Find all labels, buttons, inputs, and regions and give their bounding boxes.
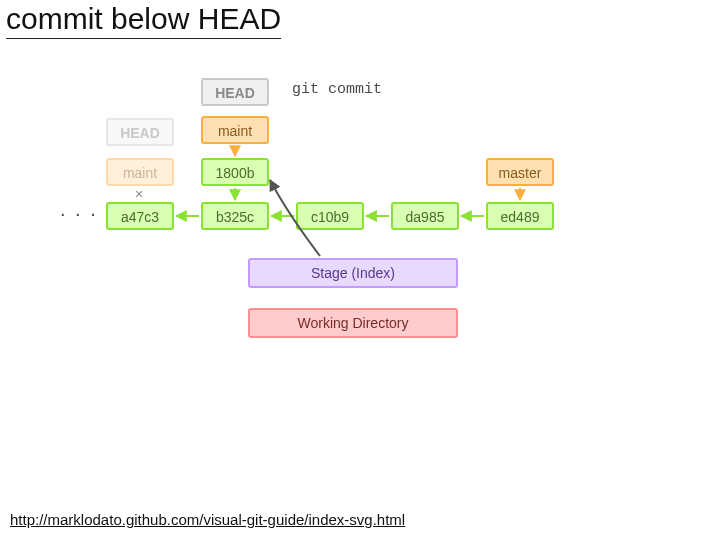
- head-new-box: HEAD: [201, 78, 269, 106]
- commit-da985-box: da985: [391, 202, 459, 230]
- commit-ed489-box: ed489: [486, 202, 554, 230]
- working-directory-box: Working Directory: [248, 308, 458, 338]
- branch-maint-old-box: maint: [106, 158, 174, 186]
- source-link[interactable]: http://marklodato.github.com/visual-git-…: [10, 511, 405, 528]
- ellipsis-icon: · · ·: [60, 202, 98, 225]
- commit-a47c3-box: a47c3: [106, 202, 174, 230]
- commit-1800b-box: 1800b: [201, 158, 269, 186]
- head-old-box: HEAD: [106, 118, 174, 146]
- stage-index-box: Stage (Index): [248, 258, 458, 288]
- commit-c10b9-box: c10b9: [296, 202, 364, 230]
- git-command-label: git commit: [292, 81, 382, 98]
- commit-b325c-box: b325c: [201, 202, 269, 230]
- cross-icon: ×: [135, 186, 143, 202]
- diagram: git commit HEAD maint 1800b HEAD maint ×…: [0, 0, 720, 540]
- branch-maint-new-box: maint: [201, 116, 269, 144]
- branch-master-box: master: [486, 158, 554, 186]
